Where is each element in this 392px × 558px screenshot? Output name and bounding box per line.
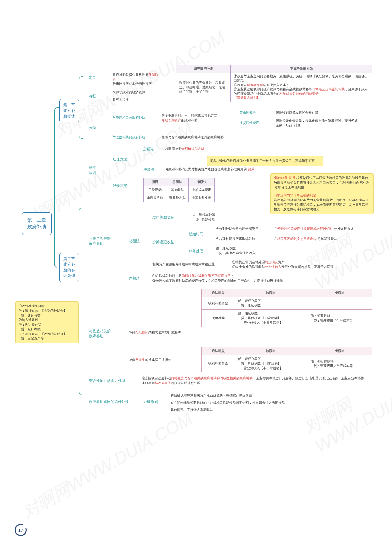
cls2: 与收益相关的政府补助 [113,135,145,140]
refund1: 初始确认时冲减相关资产账面价值的→调整资产账面价值 [171,393,252,398]
watermark: 对啊网WWW.DUIA.COM [18,407,197,524]
section-1: 第一节 政府补 助概述 [59,99,79,122]
label-cls: 分类 [89,125,96,130]
nonmon-txt: 按照公允价值计量，公允价值不能可靠取得的，按照名义金额（1元）计量 [276,118,359,127]
label-def: 定义 [89,75,96,80]
future-table: 确认时点总额法净额法 收到补助资金借：银行存款等 贷：递延收益 使用补助借：递延… [201,289,372,327]
method: 处理方法 [113,157,127,162]
cls1: 与资产相关的政府补助 [113,115,145,120]
acct-entry: 借：递延收益 贷：其他收益/营业外收入 [216,246,256,255]
root-node: 第十二章 政府补助 [22,212,52,235]
refund3: 其他情况→直接计入当期损益 [171,408,213,412]
asset-get: 取得补助资金 [152,215,174,220]
net-txt: 将政府补助确认为对相关资产账面价值或者所补偿费用的 扣减 [165,167,254,172]
disposal: 相关资产在使用寿命结束时或结束前被处置 [152,262,215,267]
asset-net: 净额法 [129,276,140,281]
def-text: 政府补助是指企业从政府无偿取得货币性资产或非货币性资产 [113,73,160,86]
amort: 分摊递延收益 [152,240,174,245]
net-txt2: ①在取得补助时，将递延收益冲减相关资产的账面价值；②按照扣减了政府补助后的资产价… [152,274,334,283]
yellow-warn1: 同类或类似的政府补助业务只能采用一种方法并一贯运用，不得随意变更 [207,156,323,166]
yellow-left-entries: ①收到补助资金时：借：银行存款 【收到的补助金】 贷：递延收益②购入设备时：借：… [15,301,79,343]
s1: 先收到补助金再构建长期资产 [216,227,258,231]
start: 起始时间 [189,232,203,237]
scope-table: 属于政府补助不属于政府补助 政府对企业的无偿拨款、税收返还、即征即退、财政贴息、… [176,65,372,102]
asset-title: 与资产相关的 政府补助 [89,236,111,246]
label-feat: 特征 [89,94,96,99]
future: 补偿以后期间的相关成本费用或损失 [129,330,181,335]
mon: 货币性资产 [240,110,256,115]
refund2: 存在尚未摊销递延收益的→冲减相关递延收益账面余额，超出部分计入当期损益 [171,400,285,405]
gross-txt: 将政府补助全额确认为收益 [165,147,204,151]
s2: 先构建长期资产再取得补助 [216,237,255,241]
get-entry: 借：银行存款等 贷：递延收益 [192,213,215,222]
page-number: 17 [15,524,27,536]
composite-txt: 综合性项目政府补助同时包含与资产相关的政府补助和与收益相关的政府补助，企业需要将… [142,376,367,385]
cls1-txt: 指企业取得的、用于购建或以其他方式形成长期资产的政府补助 [162,113,227,122]
past: 补偿已发生的成本费用或损失 [129,358,171,362]
mon-txt: 按照收到或者应收的金额计量 [276,110,318,115]
yellow-other-income: "其他收益"科目 核算总额法下与日常活动相关的政府补助以及其他与日常活动相关且应… [270,173,374,192]
cls2-txt: 指除与资产相关的政府补助之外的政府补助 [162,135,224,140]
record-table: 项目总额法净额法 日常活动其他收益冲减成本费用 非日常活动营业外收入冲营业外支出 [143,178,215,202]
basic-title: 基本 原则 [89,165,96,175]
feat2: 具有无偿性 [113,97,129,102]
gross: 总额法 [143,147,154,152]
yellow-daily-judge: 日常活动与非日常活动的判定若政府补助补偿的成本费用是营业利润之中的项目，或该补助… [270,191,374,214]
acct: 账务处理 [189,249,203,254]
disp-txt: ①按照正常的会计处理终止确认资产；②尚未分摊的递延收益一次性转入资产处置当期的损… [232,260,334,269]
section-2: 第二节 政府补 助的会 计处理 [59,253,79,282]
nonmon: 非货币性资产 [240,121,259,125]
refund-principle: 处理原则 [143,399,158,404]
refund-title: 政府补助退回的会计处理 [89,399,129,404]
s1r: 在开始对相关资产计提折旧或进行摊销时 分摊递延收益 [274,227,354,231]
net: 净额法 [143,167,154,172]
composite-title: 综合性项目的会计处理 [89,378,125,383]
record: 记录规定 [113,183,127,188]
s2r: 在相关资产的剩余使用寿命内 分摊递延收益 [274,237,337,241]
income-title: 与收益相关的 政府补助 [89,329,111,339]
asset-gross: 总额法 [129,239,140,244]
past-table: 确认时点总额法净额法 收到补助资金借：银行存款等 贷：其他收益 【日常活动】 营… [201,347,372,372]
feat1: 来源于政府的经济资源 [113,90,145,95]
